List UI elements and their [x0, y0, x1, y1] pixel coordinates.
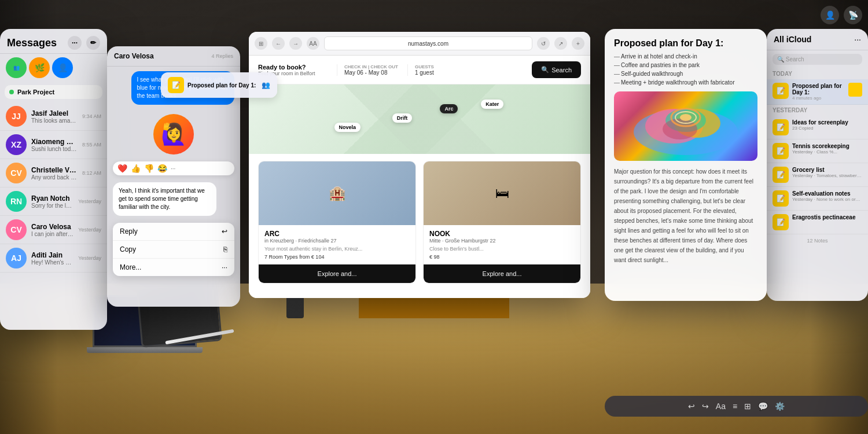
note-selfevalpreview: Yesterday · None to work on organical... — [792, 197, 862, 202]
park-project-label: Park Project — [17, 89, 54, 95]
conv-item-xiaomeng[interactable]: XZ Xiaomeng Zhong Sushi lunch today? 8:5… — [0, 131, 107, 159]
hotel-card-arc[interactable]: 🏨 ARC in Kreuzberg · Friedrichsalle 27 Y… — [258, 161, 416, 284]
conv-preview: Sorry for the late text. Can you send me… — [31, 203, 73, 209]
map-area: Novela Drift Arc Kater — [249, 84, 590, 154]
more-option[interactable]: More... ··· — [113, 259, 234, 276]
messages-actions: ··· ✏ — [68, 36, 100, 50]
search-icon: 🔍 — [777, 56, 786, 62]
reply-option[interactable]: Reply ↩ — [113, 223, 234, 241]
conv-info-xiaomeng: Xiaomeng Zhong Sushi lunch today? — [31, 138, 78, 152]
note-selfevaltext: Self-evaluation notes Yesterday · None t… — [792, 190, 862, 202]
messages-title-text: Messages — [7, 37, 57, 49]
browser-share-btn[interactable]: ↗ — [554, 37, 567, 50]
park-project-banner[interactable]: Park Project — [5, 85, 102, 99]
checkin-field[interactable]: Check In | Check Out May 06 - May 08 — [337, 64, 398, 76]
large-note-list: Arrive in at hotel and check-in Coffee a… — [614, 53, 757, 86]
browser-back-btn[interactable]: ← — [272, 37, 285, 50]
url-text: numastays.com — [408, 41, 448, 47]
browser-add-btn[interactable]: + — [572, 37, 584, 50]
map-pin-arc[interactable]: Arc — [440, 104, 458, 113]
booking-content: Ready to book? Find your room in Belfort… — [249, 56, 590, 298]
map-pin-novela[interactable]: Novela — [334, 123, 361, 132]
note-item-selfeval[interactable]: 📝 Self-evaluation notes Yesterday · None… — [767, 187, 868, 211]
toolbar-table-btn[interactable]: ⊞ — [744, 402, 751, 411]
conv-name: Jasif Jaleel — [31, 109, 78, 117]
heart-reaction[interactable]: ❤️ — [117, 164, 127, 173]
conv-name: Aditi Jain — [31, 251, 73, 259]
browser-refresh-btn[interactable]: ↺ — [537, 37, 550, 50]
map-pin-drift[interactable]: Drift — [392, 113, 413, 123]
note-icon: 📝 — [168, 77, 184, 93]
messages-more-btn[interactable]: ··· — [68, 36, 82, 50]
note-item-grocery[interactable]: 📝 Grocery list Yesterday · Tomatoes, str… — [767, 163, 868, 187]
hotel-arc-image: 🏨 — [259, 161, 415, 225]
copy-option[interactable]: Copy ⎘ — [113, 241, 234, 259]
conv-item-ryan[interactable]: RN Ryan Notch Sorry for the late text. C… — [0, 187, 107, 216]
conv-item-christelle[interactable]: CV Christelle Victoor Any word back on t… — [0, 159, 107, 187]
laugh-reaction[interactable]: 😂 — [157, 164, 167, 173]
proposed-plan-note[interactable]: 📝 Proposed plan for Day 1: 👥 — [161, 72, 277, 98]
note-eragrostis-title: Eragrostis pectinaceae — [792, 214, 862, 220]
hotel-nook-image: 🛏 — [424, 161, 580, 225]
toolbar-settings-btn[interactable]: ⚙️ — [775, 402, 785, 411]
note-item-eragrostis[interactable]: 📝 Eragrostis pectinaceae — [767, 211, 868, 234]
toolbar-format-btn[interactable]: Aa — [716, 402, 726, 411]
booking-title: Ready to book? — [258, 64, 328, 71]
avatar-group3[interactable]: 👤 — [52, 57, 73, 78]
browser-address-bar[interactable]: numastays.com — [324, 36, 532, 50]
hotel-card-nook[interactable]: 🛏 NOOK Mitte · Große Hamburgstr 22 Close… — [423, 161, 581, 284]
hotel-nook-location: Mitte · Große Hamburgstr 22 — [429, 238, 575, 244]
map-pin-kater[interactable]: Kater — [481, 100, 503, 109]
wifi-icon[interactable]: 📡 — [844, 6, 862, 24]
note-item-screenplay[interactable]: 📝 Ideas for screenplay 23 Copied — [767, 116, 868, 139]
avatar-row: 👥 🌿 👤 — [0, 54, 107, 82]
conv-item-caro[interactable]: CV Caro Velosa I can join after 7 — at p… — [0, 216, 107, 244]
explore-arc-btn[interactable]: Explore and... — [259, 264, 415, 283]
conv-item-aditi[interactable]: AJ Aditi Jain Hey! When's your business … — [0, 244, 107, 273]
notes-options-btn[interactable]: ··· — [854, 35, 861, 44]
conv-info-ryan: Ryan Notch Sorry for the late text. Can … — [31, 194, 73, 209]
avatar-group2[interactable]: 🌿 — [29, 57, 50, 78]
map-background — [249, 84, 590, 154]
note-grocery-text: Grocery list Yesterday · Tomatoes, straw… — [792, 167, 862, 178]
notes-search-bar[interactable]: 🔍 Search — [773, 54, 862, 65]
note-proposed-time: 4 minutes ago — [792, 95, 845, 101]
copy-label: Copy — [120, 245, 136, 253]
notes-header: All iCloud ··· — [767, 29, 868, 50]
more-reactions-btn[interactable]: ··· — [171, 165, 175, 172]
thumbsup-reaction[interactable]: 👍 — [131, 164, 141, 173]
conv-preview: Any word back on the latest designs? — [31, 174, 78, 181]
avatar-group1[interactable]: 👥 — [6, 57, 27, 78]
explore-nook-btn[interactable]: Explore and... — [424, 264, 580, 283]
note-screenplay-title: Ideas for screenplay — [792, 119, 862, 126]
conv-name: Xiaomeng Zhong — [31, 138, 78, 146]
large-note-body: Major question for this concept: how doe… — [614, 167, 757, 265]
toolbar-redo-btn[interactable]: ↪ — [702, 402, 709, 411]
note-item-proposed[interactable]: 📝 Proposed plan for Day 1: 4 minutes ago — [767, 79, 868, 105]
thumbsdown-reaction[interactable]: 👎 — [144, 164, 154, 173]
notes-count: 12 Notes — [767, 234, 868, 247]
conv-time: Yesterday — [78, 255, 101, 261]
conv-item-jasif[interactable]: JJ Jasif Jaleel This looks amazing, Jasi… — [0, 102, 107, 131]
toolbar-list-btn[interactable]: ≡ — [733, 402, 737, 411]
browser-tab-icon[interactable]: ⊞ — [255, 37, 267, 50]
avatar-xiaomeng: XZ — [6, 134, 27, 155]
browser-chrome: ⊞ ← → AA numastays.com ↺ ↗ + — [249, 32, 590, 56]
notes-yesterday-header: Yesterday — [767, 105, 868, 116]
reply-icon: ↩ — [222, 227, 227, 236]
note-selfevalicon: 📝 — [773, 190, 789, 207]
browser-forward-btn[interactable]: → — [289, 37, 302, 50]
toolbar-undo-btn[interactable]: ↩ — [688, 402, 695, 411]
guests-field[interactable]: Guests 1 guest — [407, 64, 465, 76]
search-button[interactable]: 🔍 Search — [532, 61, 581, 78]
chat-bubble-received: Yeah, I think it's important that we get… — [113, 182, 216, 216]
conv-time: Yesterday — [78, 227, 101, 233]
note-item-tennis[interactable]: 📝 Tennis scorekeeping Yesterday · Class … — [767, 139, 868, 163]
user-icon[interactable]: 👤 — [821, 6, 839, 24]
toolbar-comment-btn[interactable]: 💬 — [758, 402, 768, 411]
messages-compose-btn[interactable]: ✏ — [86, 36, 100, 50]
note-screenplay-icon: 📝 — [773, 119, 789, 135]
browser-aa-btn[interactable]: AA — [307, 37, 319, 50]
note-proposed-icon: 📝 — [773, 83, 789, 99]
note-tennis-text: Tennis scorekeeping Yesterday · Class %.… — [792, 143, 862, 155]
